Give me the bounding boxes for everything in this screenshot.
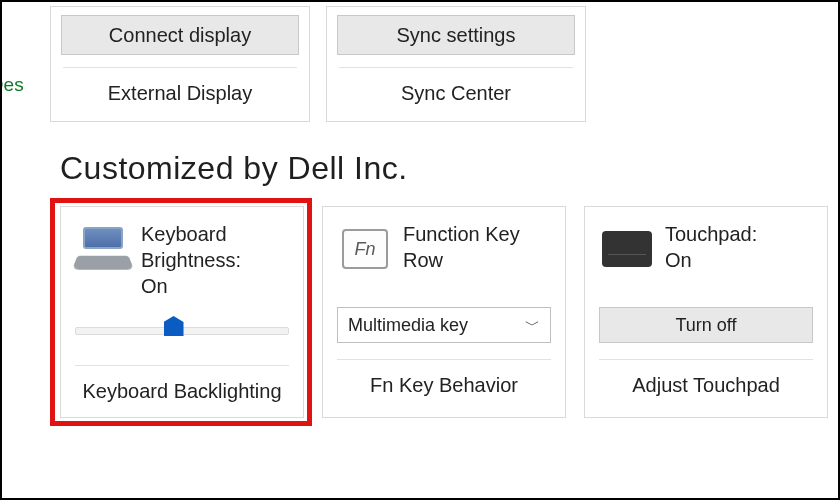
card-keyboard-backlighting: Keyboard Brightness: On Keyboard Backlig… [60,206,304,418]
turn-off-touchpad-button[interactable]: Turn off [599,307,813,343]
keyboard-backlighting-link[interactable]: Keyboard Backlighting [61,366,303,417]
function-key-row-label: Function Key Row [403,221,520,273]
brightness-slider[interactable] [61,309,303,353]
keyboard-brightness-label: Keyboard Brightness: On [141,221,241,299]
external-display-link[interactable]: External Display [51,68,309,117]
card-header: Fn Function Key Row [323,207,565,303]
fn-key-icon: Fn [337,221,393,277]
card-adjust-touchpad: Touchpad: On Turn off Adjust Touchpad [584,206,828,418]
card-header: Keyboard Brightness: On [61,207,303,309]
fn-key-behavior-link[interactable]: Fn Key Behavior [323,360,565,411]
card-header: Touchpad: On [585,207,827,303]
touchpad-status-label: Touchpad: On [665,221,757,273]
card-fn-key-behavior: Fn Function Key Row Multimedia key ﹀ Fn … [322,206,566,418]
section-title: Customized by Dell Inc. [60,150,408,187]
fn-mode-select[interactable]: Multimedia key ﹀ [337,307,551,343]
dell-cards-row: Keyboard Brightness: On Keyboard Backlig… [60,206,828,418]
slider-thumb-icon[interactable] [164,316,184,344]
sidebar-fragment: em d Des [0,28,24,104]
sidebar-item-a[interactable]: em [0,28,24,66]
connect-display-button[interactable]: Connect display [61,15,299,55]
laptop-keyboard-icon [75,221,131,277]
chevron-down-icon: ﹀ [525,316,540,335]
sidebar-item-b[interactable]: d Des [0,66,24,104]
sync-settings-button[interactable]: Sync settings [337,15,575,55]
top-tiles-row: Connect display External Display Sync se… [50,6,586,122]
tile-external-display: Connect display External Display [50,6,310,122]
touchpad-icon [599,221,655,277]
tile-sync-center: Sync settings Sync Center [326,6,586,122]
adjust-touchpad-link[interactable]: Adjust Touchpad [585,360,827,411]
select-value: Multimedia key [348,315,468,336]
sync-center-link[interactable]: Sync Center [327,68,585,117]
